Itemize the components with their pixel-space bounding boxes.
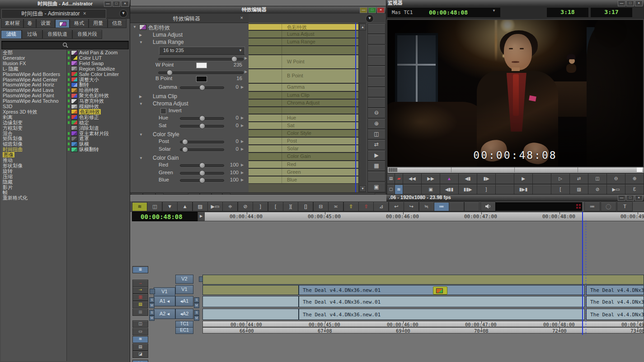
disclosure-icon[interactable]: ▼: [139, 156, 143, 160]
blank-button[interactable]: [367, 24, 385, 34]
mark-out-icon[interactable]: ]: [253, 202, 268, 211]
keyframe-track[interactable]: Luma Adjust: [249, 30, 358, 38]
step-back-10-icon[interactable]: ◀▮▮: [440, 184, 459, 195]
clip-a2-next[interactable]: The Deal v4.4.DNx36.: [586, 309, 644, 320]
slider-track[interactable]: [180, 172, 224, 175]
slider-thumb[interactable]: [199, 123, 205, 129]
box-icon[interactable]: ▣: [367, 182, 385, 192]
close-icon[interactable]: ×: [635, 0, 643, 6]
slider-track[interactable]: [180, 117, 224, 120]
slider-thumb[interactable]: [199, 170, 205, 176]
subtab-过场[interactable]: 过场: [22, 30, 42, 39]
category-item[interactable]: 图像: [1, 152, 68, 157]
param-group[interactable]: ▶Luma Clip: [130, 93, 249, 100]
category-item[interactable]: 时间扭曲: [1, 147, 68, 152]
slider-thumb[interactable]: [182, 139, 188, 145]
category-item[interactable]: PlasmaWipe Avid Lava: [1, 87, 68, 93]
tc-track-selector[interactable]: Mas TC1 00:00:48:08 ▼: [387, 8, 500, 17]
slider-track[interactable]: [180, 179, 224, 182]
solo-mute-button[interactable]: M: [149, 303, 155, 308]
keyframe-track[interactable]: Color Style: [249, 129, 358, 137]
zoom-in-icon[interactable]: ⊕: [367, 119, 385, 129]
fast-menu-icon[interactable]: ≣: [132, 266, 148, 273]
category-item[interactable]: 锯齿划像: [1, 141, 68, 147]
effect-editor-titlebar[interactable]: 特效编辑器 — □ ×: [130, 6, 386, 14]
track-panel-icon[interactable]: ≔: [584, 202, 600, 211]
blank-button[interactable]: [367, 34, 385, 44]
monitor-position-bar[interactable]: [387, 167, 644, 173]
chevron-down-icon[interactable]: ▼: [492, 9, 496, 13]
timeline-titlebar[interactable]: .06 - 1920x1080 - 23.98 fps — □ ×: [386, 195, 644, 201]
blank-button[interactable]: [367, 45, 385, 55]
mark-in-icon[interactable]: [: [268, 202, 283, 211]
category-item[interactable]: 方框划变: [1, 125, 68, 131]
scrub-position-thumb[interactable]: [637, 167, 642, 172]
effect-item[interactable]: Safe Color Limiter: [67, 71, 129, 77]
trim-b-icon[interactable]: []: [298, 202, 313, 211]
zoom-out-icon[interactable]: ⊖: [367, 108, 385, 118]
track-segment-v2-filler[interactable]: [202, 275, 644, 285]
keyframe-track[interactable]: Luma Range: [249, 38, 358, 46]
grid-icon[interactable]: ▦: [367, 161, 385, 171]
box-icon[interactable]: ▢: [387, 184, 395, 195]
fastforward-icon[interactable]: ▶▶: [421, 173, 440, 184]
solo-mute-button[interactable]: S: [194, 310, 199, 315]
overwrite-clip-icon[interactable]: ▤: [132, 301, 148, 308]
step-forward-10-icon[interactable]: ▮▮▶: [458, 184, 477, 195]
slider-thumb[interactable]: [182, 147, 188, 152]
tab-信息[interactable]: 信息: [108, 19, 127, 28]
split-screen-icon[interactable]: ◫: [588, 173, 607, 184]
slider-track[interactable]: [158, 71, 244, 74]
region-icon[interactable]: ▣: [421, 184, 440, 195]
monitor-titlebar[interactable]: 监视器 — □ ×: [386, 0, 644, 7]
scroll-up-icon[interactable]: ▲: [359, 24, 366, 30]
slider-track[interactable]: [180, 164, 224, 167]
category-item[interactable]: 旋转: [1, 168, 68, 174]
param-group[interactable]: ▶Luma Adjust: [130, 32, 249, 38]
loop-icon[interactable]: ⇄: [569, 173, 588, 184]
clear-marks-icon[interactable]: ⊘: [588, 184, 607, 195]
record-track-EC1[interactable]: EC1: [175, 327, 193, 334]
category-item[interactable]: 全部: [1, 50, 68, 55]
param-group[interactable]: ▼Color Gain: [130, 155, 249, 162]
effect-item[interactable]: 纵横: [67, 141, 129, 147]
solo-mute-button[interactable]: S: [194, 297, 199, 303]
keyframe-track[interactable]: Chroma Adjust: [249, 99, 358, 107]
disclosure-icon[interactable]: ▼: [139, 133, 143, 137]
slider-thumb[interactable]: [199, 162, 205, 168]
clip-a1-head[interactable]: [202, 296, 299, 307]
slider-track[interactable]: [180, 148, 224, 151]
effect-item[interactable]: Region Stabilize: [67, 66, 129, 71]
effect-mode-icon[interactable]: ▲: [440, 173, 459, 184]
keyframe-arrow-icon[interactable]: ▶: [241, 178, 244, 182]
keyframe-track[interactable]: 色彩特效: [249, 24, 358, 30]
dual-split-icon[interactable]: ◫: [132, 320, 148, 328]
tab-素材屉[interactable]: 素材屉: [1, 19, 24, 28]
effect-item[interactable]: 马赛克特效: [67, 98, 129, 104]
clip-a1-next[interactable]: The Deal v4.4.DNx36.: [586, 296, 644, 307]
keyframe-arrow-icon[interactable]: ▶: [241, 139, 244, 143]
disclosure-icon[interactable]: ▼: [139, 102, 143, 106]
subtab-音频轨道[interactable]: 音频轨道: [42, 30, 72, 39]
solo-mute-button[interactable]: M: [194, 315, 199, 321]
play-icon[interactable]: ▶: [514, 173, 533, 184]
remove-effect-icon[interactable]: ▶▭: [207, 202, 223, 211]
match-frame-icon[interactable]: ≒: [419, 202, 434, 211]
trim-rollers-icon[interactable]: △△: [132, 360, 148, 362]
scroll-down-icon[interactable]: ▼: [359, 186, 366, 192]
category-item[interactable]: 边缘划变: [1, 120, 68, 125]
blank-button[interactable]: [367, 66, 385, 76]
collapse-icon[interactable]: ≑: [222, 202, 238, 211]
keyframe-track[interactable]: Gamma: [249, 83, 358, 91]
category-item[interactable]: Illusion FX: [1, 61, 68, 66]
subtab-音频片段[interactable]: 音频片段: [72, 30, 102, 39]
close-icon[interactable]: ×: [121, 1, 129, 7]
search-input[interactable]: [1, 41, 129, 49]
blank-button[interactable]: [367, 55, 385, 66]
slider-thumb[interactable]: [199, 177, 205, 183]
titler-icon[interactable]: T: [617, 202, 633, 211]
category-item[interactable]: 隐藏: [1, 179, 68, 185]
gain-icon[interactable]: Ɛ: [625, 184, 644, 195]
slider-thumb[interactable]: [199, 85, 205, 90]
category-item[interactable]: 形状划像: [1, 163, 68, 168]
